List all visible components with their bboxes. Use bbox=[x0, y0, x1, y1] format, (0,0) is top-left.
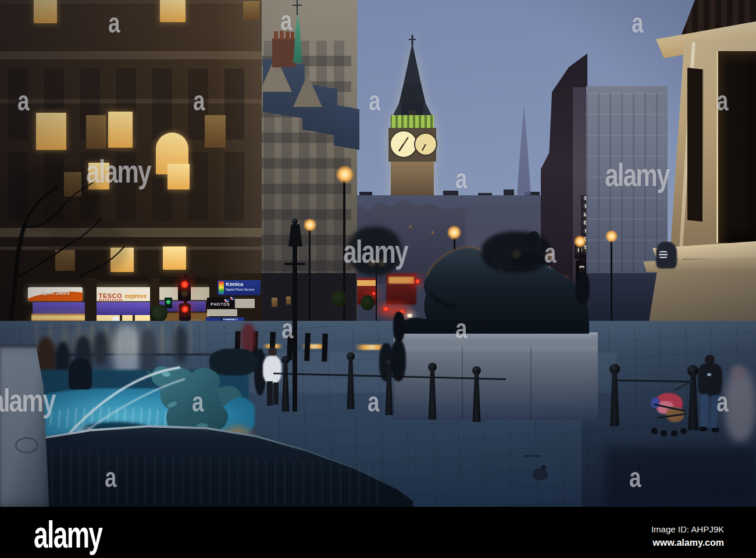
camera-man-jeans bbox=[700, 394, 708, 428]
lit-window bbox=[34, 0, 57, 23]
lit-window bbox=[160, 0, 186, 22]
lit-window-distant bbox=[409, 226, 412, 228]
brick-chimney bbox=[272, 38, 295, 67]
street-lamp bbox=[336, 166, 354, 183]
foliage-behind-lion bbox=[482, 231, 551, 273]
amber-light-off bbox=[181, 291, 188, 297]
pigeon-head bbox=[541, 465, 546, 470]
unlit-lamp-pole bbox=[293, 246, 297, 412]
big-ben-tower bbox=[378, 30, 447, 202]
hanging-basket bbox=[150, 305, 167, 322]
union-jack-flag bbox=[224, 298, 230, 302]
camera-man-shoe bbox=[699, 427, 707, 431]
tesco-label: TESCO bbox=[99, 292, 122, 301]
cornice bbox=[0, 51, 262, 59]
konica-sign: Konica Digital Photo Service bbox=[217, 280, 261, 295]
photos-label: PHOTOS bbox=[211, 302, 230, 306]
unlit-lamp-finial bbox=[292, 219, 298, 224]
ghost-woman bbox=[725, 370, 756, 442]
lit-window bbox=[163, 246, 186, 270]
lit-window bbox=[108, 112, 133, 148]
mansard-roof bbox=[334, 105, 359, 150]
pavement-dark-corner bbox=[605, 448, 756, 507]
bronze-relief-side bbox=[687, 68, 704, 222]
lit-window bbox=[167, 164, 190, 189]
tesco-express-label: express bbox=[125, 293, 147, 299]
lit-window-dim bbox=[205, 115, 226, 148]
street-lamp bbox=[605, 230, 618, 242]
alamy-logo-text: alamy bbox=[34, 513, 102, 556]
street-lamp bbox=[304, 219, 316, 231]
small-white-sign bbox=[207, 309, 237, 316]
alamy-logo-wrap: alamy bbox=[34, 513, 117, 549]
woman-white-jacket-head bbox=[268, 347, 277, 356]
woman-legs bbox=[273, 382, 279, 405]
lit-window-distant bbox=[432, 231, 434, 234]
window-purple-strip bbox=[33, 302, 85, 314]
lit-window-dim bbox=[272, 298, 277, 307]
camera-man-shoe bbox=[712, 428, 719, 432]
rainbow-stripe bbox=[219, 281, 224, 294]
small-bollard bbox=[322, 334, 328, 362]
open-24hrs-sign: Open 24hrs bbox=[28, 287, 83, 301]
red-bus-windows bbox=[355, 280, 376, 286]
hanging-basket bbox=[331, 291, 347, 307]
alamy-stock-photo-page: { "watermark": { "wordmark": "alamy", "l… bbox=[0, 0, 756, 558]
weathervane bbox=[293, 5, 302, 6]
konica-sub-label: Digital Photo Service bbox=[226, 288, 255, 292]
lit-window-dim bbox=[243, 1, 259, 20]
small-white-sign bbox=[235, 299, 255, 308]
bronze-relief-panel bbox=[716, 51, 756, 243]
chimney-pot bbox=[280, 31, 284, 40]
open-24hrs-label: Open 24hrs bbox=[28, 290, 83, 296]
tail-light bbox=[383, 307, 389, 311]
window-purple-strip bbox=[97, 302, 151, 315]
konica-label: Konica bbox=[226, 281, 243, 287]
image-id-text: Image ID: AHPJ9K bbox=[651, 524, 724, 534]
ghost-woman-head bbox=[732, 365, 746, 380]
red-light bbox=[181, 281, 188, 288]
silhouette-person bbox=[393, 312, 405, 342]
pavement-plaque bbox=[523, 455, 541, 457]
unlit-lamp-arm bbox=[284, 263, 305, 265]
camera-glint bbox=[707, 373, 711, 376]
plinth-carved-ring bbox=[15, 437, 38, 453]
plinth-joints bbox=[393, 346, 598, 420]
camera-man-body bbox=[698, 364, 722, 396]
alamy-footer-bar: alamy alamy Image ID: AHPJ9K www.alamy.c… bbox=[0, 507, 756, 558]
lit-window-dim bbox=[86, 115, 106, 149]
alamy-website-text: www.alamy.com bbox=[651, 538, 724, 548]
pigeon-body bbox=[533, 468, 548, 480]
red-light bbox=[181, 306, 188, 313]
trafalgar-square-dusk-photo: Open 24hrs TESCO express Konica Digital … bbox=[0, 0, 756, 507]
lit-window-dim bbox=[286, 296, 291, 305]
tesco-express-sign: TESCO express bbox=[94, 287, 151, 301]
woman-legs bbox=[267, 381, 273, 406]
hanging-basket bbox=[361, 295, 375, 310]
spire-finial bbox=[297, 0, 298, 15]
chimney-pot bbox=[274, 31, 278, 40]
stroller-wheel bbox=[680, 428, 687, 434]
stroller-wheel bbox=[661, 430, 667, 437]
stroller-wheel bbox=[671, 430, 677, 437]
foliage-left bbox=[348, 227, 401, 276]
union-jack-flag bbox=[230, 297, 235, 301]
small-bollard bbox=[304, 333, 311, 361]
chimney-pot bbox=[286, 31, 290, 40]
stroller-wheel bbox=[651, 428, 658, 434]
green-man-light bbox=[166, 300, 170, 304]
lit-window bbox=[36, 113, 66, 150]
chimney-pot bbox=[291, 32, 294, 40]
walker-body bbox=[576, 272, 590, 305]
stroller-blue-bag bbox=[651, 398, 659, 408]
footer-meta: Image ID: AHPJ9K www.alamy.com bbox=[651, 524, 724, 548]
sitting-person-stripes bbox=[659, 251, 668, 258]
